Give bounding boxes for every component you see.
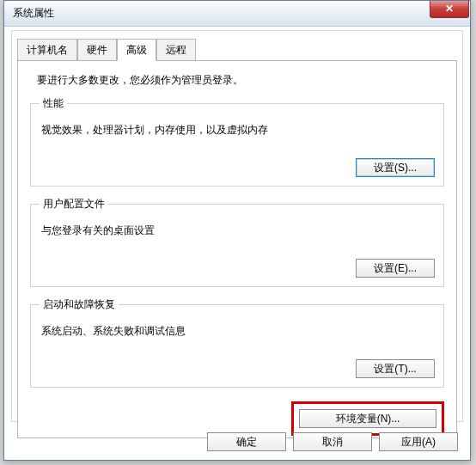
profiles-group: 用户配置文件 与您登录有关的桌面设置 设置(E)... — [30, 197, 444, 287]
env-highlight: 环境变量(N)... — [291, 401, 444, 436]
admin-note: 要进行大多数更改，您必须作为管理员登录。 — [37, 73, 444, 88]
close-button[interactable]: ✕ — [430, 1, 469, 18]
performance-settings-button[interactable]: 设置(S)... — [356, 158, 435, 177]
content-area: 计算机名 硬件 高级 远程 要进行大多数更改，您必须作为管理员登录。 性能 视觉… — [11, 30, 463, 422]
window-title: 系统属性 — [13, 6, 54, 21]
ok-button[interactable]: 确定 — [207, 432, 286, 451]
tab-body-advanced: 要进行大多数更改，您必须作为管理员登录。 性能 视觉效果，处理器计划，内存使用，… — [17, 60, 457, 438]
tab-hardware[interactable]: 硬件 — [77, 39, 117, 61]
tab-strip: 计算机名 硬件 高级 远程 — [17, 39, 467, 61]
profiles-desc: 与您登录有关的桌面设置 — [41, 223, 433, 238]
tab-remote[interactable]: 远程 — [156, 39, 196, 61]
tab-computer-name[interactable]: 计算机名 — [17, 39, 77, 61]
tab-advanced[interactable]: 高级 — [117, 39, 156, 61]
env-row: 环境变量(N)... — [30, 401, 444, 436]
dialog-footer: 确定 取消 应用(A) — [207, 432, 458, 451]
startup-legend: 启动和故障恢复 — [40, 297, 119, 312]
startup-desc: 系统启动、系统失败和调试信息 — [41, 324, 433, 339]
profiles-legend: 用户配置文件 — [40, 197, 108, 211]
performance-legend: 性能 — [40, 96, 67, 111]
close-icon: ✕ — [445, 3, 454, 15]
system-properties-window: 系统属性 ✕ 计算机名 硬件 高级 远程 要进行大多数更改，您必须作为管理员登录… — [3, 0, 471, 461]
cancel-button[interactable]: 取消 — [293, 432, 372, 451]
startup-settings-button[interactable]: 设置(T)... — [356, 359, 435, 378]
performance-desc: 视觉效果，处理器计划，内存使用，以及虚拟内存 — [41, 123, 433, 138]
titlebar: 系统属性 ✕ — [4, 1, 470, 27]
performance-group: 性能 视觉效果，处理器计划，内存使用，以及虚拟内存 设置(S)... — [30, 96, 444, 187]
apply-button[interactable]: 应用(A) — [379, 432, 458, 451]
profiles-settings-button[interactable]: 设置(E)... — [356, 259, 435, 278]
environment-variables-button[interactable]: 环境变量(N)... — [299, 409, 436, 428]
startup-group: 启动和故障恢复 系统启动、系统失败和调试信息 设置(T)... — [30, 297, 444, 388]
